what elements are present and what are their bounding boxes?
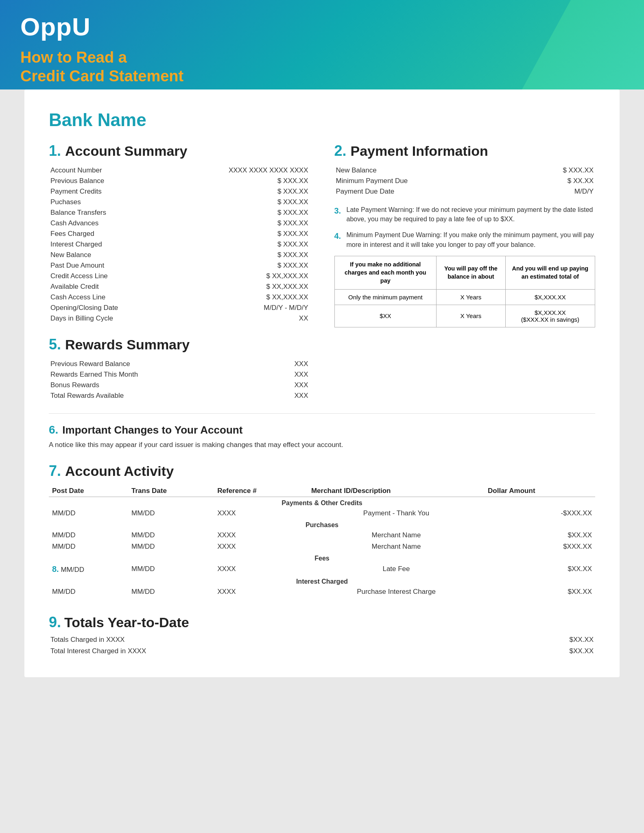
section6-label: Important Changes to Your Account [62,424,242,436]
post-date: 8. MM/DD [49,563,128,576]
table-row: Total Rewards AvailableXXX [49,390,310,401]
row-label: Rewards Earned This Month [49,369,269,380]
row-label: Days in Billing Cycle [49,313,169,324]
row-label: Balance Transfers [49,207,169,218]
table-row: Past Due Amount$ XXX.XX [49,260,310,271]
section7-title-row: 7. Account Activity [49,462,595,480]
section7-num: 7. [49,462,61,480]
row-label: Payment Due Date [334,186,514,197]
row-value: $ XX.XX [514,176,595,186]
table-row: Rewards Earned This MonthXXX [49,369,310,380]
table-row: Account NumberXXXX XXXX XXXX XXXX [49,165,310,176]
section9-label: Totals Year-to-Date [64,615,189,630]
section9-num: 9. [49,614,61,631]
row-value: $ XXX.XX [169,250,310,260]
activity-col-header: Post Date [49,485,128,497]
table-row: New Balance$ XXX.XX [49,250,310,260]
table-cell: $XX [334,305,437,327]
table-row: Bonus RewardsXXX [49,380,310,390]
ref-number: XXXX [214,563,308,576]
table-row: Days in Billing CycleXX [49,313,310,324]
min-payment-col-header: You will pay off the balance in about [437,256,506,289]
table-row: Credit Access Line$ XX,XXX.XX [49,271,310,281]
activity-section-divider: Purchases [49,519,595,530]
payment-table: New Balance$ XXX.XXMinimum Payment Due$ … [334,165,596,197]
subtitle-line2: Credit Card Statement [20,68,183,85]
row-value: XXX [269,390,310,401]
row-label: Account Number [49,165,169,176]
section6-title-row: 6. Important Changes to Your Account [49,423,595,436]
merchant-desc: Merchant Name [308,530,485,541]
table-row: Payment Due DateM/D/Y [334,186,596,197]
section6-desc: A notice like this may appear if your ca… [49,440,595,450]
merchant-desc: Late Fee [308,563,485,576]
row-value: $ XXX.XX [169,218,310,229]
trans-date: MM/DD [128,508,214,519]
table-row: Balance Transfers$ XXX.XX [49,207,310,218]
dollar-amount: $XXX.XX [485,541,595,552]
section2-label: Payment Information [351,143,488,159]
min-payment-table: If you make no additional charges and ea… [334,256,596,327]
section3-warning: 3. Late Payment Warning: If we do not re… [334,205,596,224]
table-row: Only the minimum paymentX Years$X,XXX.XX [334,289,595,305]
trans-date: MM/DD [128,530,214,541]
table-row: Total Interest Charged in XXXX$XX.XX [49,645,595,657]
row-label: Total Interest Charged in XXXX [49,645,476,657]
section7: 7. Account Activity Post DateTrans DateR… [49,462,595,597]
subtitle-line1: How to Read a [20,49,127,66]
row-label: Interest Charged [49,239,169,250]
min-payment-col-header: And you will end up paying an estimated … [505,256,595,289]
right-column: 2. Payment Information New Balance$ XXX.… [334,142,596,401]
activity-section-divider: Interest Charged [49,576,595,586]
section5-num: 5. [49,336,61,353]
ref-number: XXXX [214,586,308,597]
merchant-desc: Purchase Interest Charge [308,586,485,597]
dollar-amount: $XX.XX [485,530,595,541]
row-label: Credit Access Line [49,271,169,281]
section2-title: 2. Payment Information [334,142,596,159]
dollar-amount: -$XXX.XX [485,508,595,519]
row-value: $ XXX.XX [169,176,310,186]
table-row: New Balance$ XXX.XX [334,165,596,176]
min-payment-col-header: If you make no additional charges and ea… [334,256,437,289]
divider-label: Purchases [49,519,595,530]
activity-section-divider: Fees [49,552,595,563]
table-row: Opening/Closing DateM/D/Y - M/D/Y [49,303,310,313]
row-value: $XX.XX [476,634,595,645]
row-label: Cash Advances [49,218,169,229]
row-label: New Balance [49,250,169,260]
row-value: $ XXX.XX [169,207,310,218]
merchant-desc: Payment - Thank You [308,508,485,519]
row-value: $XX.XX [476,645,595,657]
section9: 9. Totals Year-to-Date Totals Charged in… [49,614,595,657]
row-label: Bonus Rewards [49,380,269,390]
table-row: MM/DDMM/DDXXXXPayment - Thank You-$XXX.X… [49,508,595,519]
header: OppU How to Read a Credit Card Statement [0,0,644,89]
row-label: Previous Reward Balance [49,359,269,369]
row-value: $ XXX.XX [169,197,310,207]
section4-text: Minimum Payment Due Warning: If you make… [347,230,596,249]
table-row: Previous Balance$ XXX.XX [49,176,310,186]
table-row: Cash Access Line$ XX,XXX.XX [49,292,310,303]
row-label: Previous Balance [49,176,169,186]
account-summary-table: Account NumberXXXX XXXX XXXX XXXXPreviou… [49,165,310,324]
section5-label: Rewards Summary [65,337,190,353]
divider-label: Payments & Other Credits [49,497,595,508]
table-cell: X Years [437,305,506,327]
row-label: Minimum Payment Due [334,176,514,186]
row-label: Payment Credits [49,186,169,197]
row-label: Fees Charged [49,229,169,239]
row-value: $ XXX.XX [169,239,310,250]
row-label: Available Credit [49,281,169,292]
header-subtitle: How to Read a Credit Card Statement [20,48,624,85]
main-card: Bank Name 1. Account Summary Account Num… [24,89,620,677]
row-value: M/D/Y [514,186,595,197]
section9-title-row: 9. Totals Year-to-Date [49,614,595,631]
post-date: MM/DD [49,541,128,552]
section3-num: 3. [334,205,343,224]
activity-table: Post DateTrans DateReference #Merchant I… [49,485,595,597]
totals-table: Totals Charged in XXXX$XX.XXTotal Intere… [49,634,595,657]
row-value: $ XXX.XX [169,186,310,197]
table-row: Previous Reward BalanceXXX [49,359,310,369]
row-label: Total Rewards Available [49,390,269,401]
